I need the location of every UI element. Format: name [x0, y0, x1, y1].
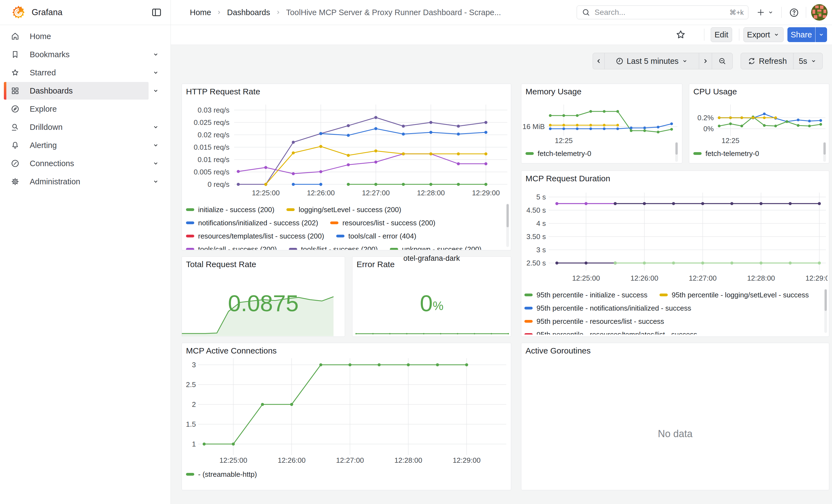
legend-item[interactable]: - (streamable-http): [186, 470, 257, 479]
panel-title[interactable]: HTTP Request Rate: [186, 87, 260, 96]
legend-item[interactable]: 95th percentile - resources/list - succe…: [524, 317, 664, 326]
refresh-interval-picker[interactable]: 5s: [793, 53, 823, 69]
legend-item[interactable]: notifications/initialized - success (202…: [186, 219, 318, 227]
legend-swatch-icon: [525, 152, 534, 155]
scrollbar-thumb[interactable]: [825, 289, 827, 311]
scrollbar-thumb[interactable]: [675, 142, 678, 155]
bookmark-icon: [10, 50, 20, 59]
chevron-down-icon[interactable]: [152, 141, 160, 149]
time-range-forward-button[interactable]: [699, 53, 712, 69]
sidebar-toggle-icon[interactable]: [151, 7, 162, 18]
legend-item[interactable]: fetch-telemetry-0: [693, 150, 759, 158]
svg-text:12:28:00: 12:28:00: [417, 189, 445, 197]
svg-text:4.50 s: 4.50 s: [526, 206, 546, 214]
share-button[interactable]: Share: [787, 27, 815, 42]
cpu-usage-chart[interactable]: 0.2%0%12:25: [691, 97, 828, 145]
sidebar-nav: HomeBookmarksStarredDashboardsExploreDri…: [4, 27, 171, 191]
panel-title[interactable]: MCP Active Connections: [186, 346, 277, 355]
panel-title[interactable]: MCP Request Duration: [525, 174, 610, 183]
legend-item[interactable]: resources/list - success (200): [330, 219, 435, 227]
share-menu-button[interactable]: [815, 27, 827, 42]
svg-text:12:25: 12:25: [555, 136, 573, 145]
legend-label: 95th percentile - notifications/initiali…: [537, 304, 691, 313]
legend-item[interactable]: tools/list - success (200): [289, 245, 378, 250]
sidebar-item-home[interactable]: Home: [4, 27, 149, 45]
memory-usage-chart[interactable]: 16 MiB12:25: [523, 97, 680, 145]
help-button[interactable]: [788, 7, 800, 18]
sidebar-item-administration[interactable]: Administration: [4, 173, 149, 190]
chevron-down-icon[interactable]: [152, 87, 160, 95]
legend-row: initialize - success (200)logging/setLev…: [186, 203, 504, 216]
search-box[interactable]: ⌘+k: [577, 5, 748, 19]
mcp-active-connections-chart[interactable]: 32.521.5112:25:0012:26:0012:27:0012:28:0…: [186, 358, 509, 467]
sidebar-item-connections[interactable]: Connections: [4, 155, 149, 172]
chevron-down-icon[interactable]: [152, 69, 160, 77]
chevron-down-icon[interactable]: [152, 178, 160, 185]
panel-title[interactable]: Memory Usage: [525, 87, 581, 96]
legend-item[interactable]: unknown - success (200): [390, 245, 482, 250]
add-button[interactable]: [754, 6, 767, 19]
zoom-out-button[interactable]: [712, 53, 733, 69]
chevron-down-icon[interactable]: [767, 9, 774, 16]
legend-swatch-icon: [289, 248, 297, 250]
search-input[interactable]: [594, 8, 726, 17]
sidebar-item-starred[interactable]: Starred: [4, 64, 149, 81]
sidebar-item-label: Home: [30, 32, 51, 41]
scrollbar-thumb[interactable]: [824, 142, 826, 155]
sidebar-item-explore[interactable]: Explore: [4, 100, 149, 118]
legend-item[interactable]: tools/call - error (404): [336, 232, 416, 240]
legend-swatch-icon: [659, 294, 668, 296]
time-range-back-button[interactable]: [593, 53, 605, 69]
svg-text:12:27:00: 12:27:00: [336, 456, 364, 465]
legend-scrollbar[interactable]: [823, 142, 826, 162]
legend-swatch-icon: [524, 294, 532, 296]
panel-title[interactable]: Total Request Rate: [186, 260, 256, 269]
chevron-right-icon: [215, 9, 223, 16]
breadcrumb-home[interactable]: Home: [190, 8, 211, 17]
star-icon[interactable]: [675, 29, 687, 41]
breadcrumb-dashboards[interactable]: Dashboards: [227, 8, 270, 17]
legend-item[interactable]: 95th percentile - notifications/initiali…: [524, 304, 691, 313]
edit-button[interactable]: Edit: [711, 27, 732, 42]
datasource-overlay-label: otel-grafana-dark: [404, 254, 460, 263]
svg-text:0.015 req/s: 0.015 req/s: [194, 143, 230, 151]
panel-title[interactable]: Active Goroutines: [525, 346, 591, 355]
sidebar-item-bookmarks[interactable]: Bookmarks: [4, 46, 149, 63]
svg-text:0.03 req/s: 0.03 req/s: [198, 106, 230, 114]
legend-item[interactable]: initialize - success (200): [186, 206, 274, 214]
legend-item[interactable]: 95th percentile - resources/templates/li…: [524, 330, 697, 335]
breadcrumb-current: ToolHive MCP Server & Proxy Runner Dashb…: [286, 8, 501, 17]
search-icon: [581, 8, 591, 17]
panel-title[interactable]: Error Rate: [357, 260, 394, 269]
legend-item[interactable]: tools/call - success (200): [186, 245, 277, 250]
legend-scrollbar[interactable]: [506, 204, 509, 247]
panel-title[interactable]: CPU Usage: [693, 87, 737, 96]
sidebar-item-drilldown[interactable]: Drilldown: [4, 118, 149, 136]
star-icon: [10, 68, 20, 77]
sidebar-item-dashboards[interactable]: Dashboards: [4, 82, 149, 100]
scrollbar-thumb[interactable]: [506, 204, 509, 227]
refresh-button[interactable]: Refresh: [740, 53, 794, 69]
export-button[interactable]: Export: [744, 27, 784, 42]
time-range-picker[interactable]: Last 5 minutes: [604, 53, 699, 69]
legend-item[interactable]: fetch-telemetry-0: [525, 150, 591, 158]
chevron-down-icon[interactable]: [152, 160, 160, 167]
refresh-icon: [747, 57, 756, 65]
grafana-logo-icon[interactable]: [10, 4, 26, 20]
legend-swatch-icon: [186, 221, 194, 224]
avatar[interactable]: [811, 4, 828, 21]
legend-item[interactable]: 95th percentile - initialize - success: [524, 291, 647, 299]
chevron-right-icon: [701, 57, 710, 65]
legend-item[interactable]: resources/templates/list - success (200): [186, 232, 324, 240]
mcp-request-duration-chart[interactable]: 5 s4.50 s4 s3.50 s3 s2.50 s12:25:0012:26…: [524, 190, 828, 284]
legend-item[interactable]: 95th percentile - logging/setLevel - suc…: [659, 291, 809, 299]
panel-active-goroutines: [521, 343, 829, 490]
legend-scrollbar[interactable]: [675, 142, 678, 162]
http-request-rate-chart[interactable]: 0.03 req/s0.025 req/s0.02 req/s0.015 req…: [186, 102, 509, 198]
svg-text:0.02 req/s: 0.02 req/s: [198, 131, 230, 139]
chevron-down-icon[interactable]: [152, 123, 160, 131]
chevron-down-icon[interactable]: [152, 51, 160, 58]
sidebar-item-alerting[interactable]: Alerting: [4, 136, 149, 154]
legend-item[interactable]: logging/setLevel - success (200): [286, 206, 401, 214]
legend-scrollbar[interactable]: [824, 289, 827, 333]
